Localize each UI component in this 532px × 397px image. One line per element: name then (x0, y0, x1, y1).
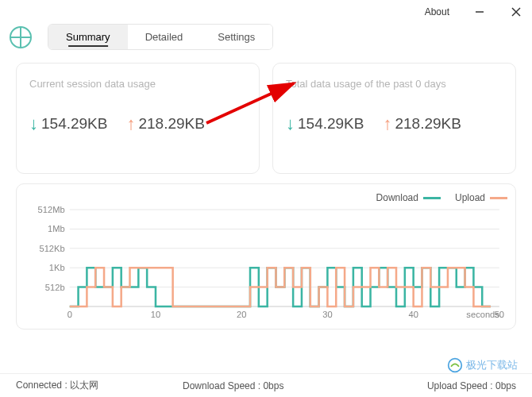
legend-upload: Upload (455, 192, 507, 203)
svg-text:1Mb: 1Mb (48, 224, 65, 233)
svg-text:512b: 512b (45, 283, 65, 292)
current-upload-value: 218.29KB (138, 115, 204, 133)
svg-text:10: 10 (151, 310, 160, 319)
header: Summary Detailed Settings (0, 24, 532, 56)
legend-download: Download (376, 192, 441, 203)
svg-text:1Kb: 1Kb (49, 263, 65, 272)
about-link[interactable]: About (425, 6, 449, 17)
svg-text:20: 20 (237, 310, 246, 319)
total-usage-title: Total data usage of the past 0 days (286, 78, 503, 90)
svg-text:512Kb: 512Kb (39, 244, 64, 253)
tab-bar: Summary Detailed Settings (48, 24, 273, 50)
svg-text:512Mb: 512Mb (38, 206, 65, 214)
tab-detailed[interactable]: Detailed (128, 25, 201, 49)
close-button[interactable] (510, 6, 522, 18)
current-download-value: 154.29KB (41, 115, 107, 133)
legend-upload-label: Upload (455, 192, 485, 203)
total-upload-value: 218.29KB (395, 115, 461, 133)
legend-download-label: Download (376, 192, 418, 203)
legend-upload-swatch-icon (490, 197, 507, 199)
status-upload-speed: Upload Speed : 0bps (349, 380, 516, 391)
download-arrow-icon: ↓ (29, 114, 38, 134)
svg-text:0: 0 (67, 310, 72, 319)
titlebar: About (0, 0, 532, 24)
svg-point-23 (449, 359, 462, 372)
total-download-stat: ↓ 154.29KB (286, 114, 364, 134)
watermark-text: 极光下载站 (466, 358, 518, 372)
tab-summary[interactable]: Summary (48, 25, 128, 49)
minimize-button[interactable] (473, 6, 486, 18)
tab-settings[interactable]: Settings (200, 25, 272, 49)
status-bar: Connected : 以太网 Download Speed : 0bps Up… (0, 373, 532, 397)
upload-arrow-icon: ↑ (126, 114, 135, 134)
watermark: 极光下载站 (447, 357, 518, 373)
svg-text:seconds: seconds (466, 310, 499, 319)
current-session-title: Current session data usage (29, 78, 246, 90)
current-download-stat: ↓ 154.29KB (29, 114, 107, 134)
chart-panel: Download Upload 512Mb1Mb512Kb1Kb512b0102… (16, 183, 516, 330)
current-upload-stat: ↑ 218.29KB (126, 114, 204, 134)
summary-cards: Current session data usage ↓ 154.29KB ↑ … (0, 56, 532, 180)
chart-legend: Download Upload (25, 192, 507, 203)
download-arrow-icon: ↓ (286, 114, 295, 134)
watermark-icon (447, 357, 463, 373)
svg-text:30: 30 (322, 310, 332, 319)
legend-download-swatch-icon (423, 197, 441, 199)
status-download-speed: Download Speed : 0bps (183, 380, 349, 391)
upload-arrow-icon: ↑ (383, 114, 391, 134)
network-chart: 512Mb1Mb512Kb1Kb512b01020304050seconds (25, 206, 507, 326)
total-upload-stat: ↑ 218.29KB (383, 114, 461, 134)
total-usage-card: Total data usage of the past 0 days ↓ 15… (272, 63, 516, 174)
current-session-card: Current session data usage ↓ 154.29KB ↑ … (16, 63, 260, 174)
svg-text:40: 40 (408, 310, 418, 319)
app-logo-icon (10, 26, 32, 48)
status-connected: Connected : 以太网 (16, 379, 183, 392)
total-download-value: 154.29KB (298, 115, 364, 133)
